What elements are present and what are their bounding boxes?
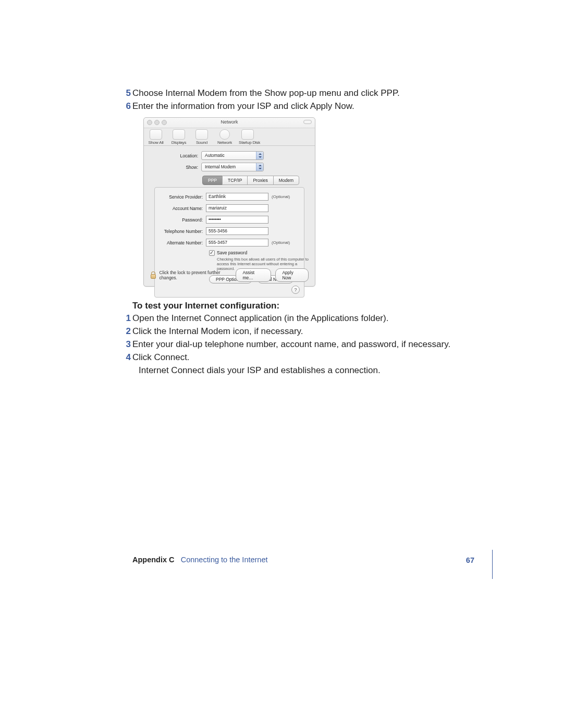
displays-icon [173,129,185,140]
chevron-updown-icon [256,163,263,171]
step-4: 4 Click Connect. [132,351,474,364]
tab-bar: PPP TCP/IP Proxies Modem [202,176,308,185]
network-prefpane: Network Show All Displays Sound Network … [143,117,315,287]
step-1: 1 Open the Internet Connect application … [132,312,474,325]
step-3: 3 Enter your dial-up telephone number, a… [132,338,474,351]
optional-hint: (Optional) [272,194,290,199]
account-name-input[interactable]: mariaruiz [206,204,268,212]
footer-title: Connecting to the Internet [181,556,268,564]
password-label: Password: [159,217,206,223]
password-input[interactable]: •••••••• [206,216,268,224]
footer-rule [492,550,493,579]
step-2: 2 Click the Internal Modem icon, if nece… [132,325,474,338]
assist-me-button[interactable]: Assist me… [236,268,271,282]
step-text: Enter your dial-up telephone number, acc… [132,339,450,349]
lock-row: Click the lock to prevent further change… [150,268,309,282]
location-select[interactable]: Automatic [201,151,264,160]
location-label: Location: [151,153,201,158]
help-button[interactable]: ? [291,286,300,294]
tab-modem[interactable]: Modem [273,176,299,185]
service-provider-label: Service Provider: [159,194,206,200]
alternate-input[interactable]: 555-3457 [206,239,268,246]
toolbar-startup-disk[interactable]: Startup Disk [239,129,256,145]
optional-hint: (Optional) [272,240,290,245]
step-number: 5 [122,87,131,100]
toolbar-show-all[interactable]: Show All [147,129,165,145]
lock-text: Click the lock to prevent further change… [159,270,236,280]
page-number: 67 [466,556,474,564]
sound-icon [195,129,208,140]
step-number: 6 [122,100,131,113]
apply-now-button[interactable]: Apply Now [275,268,309,282]
section-heading: To test your Internet configuration: [132,301,279,311]
network-icon [219,129,230,140]
step-number: 4 [122,351,131,364]
account-name-label: Account Name: [159,206,206,211]
step-number: 1 [122,312,131,325]
step-text: Click Connect. [132,352,190,362]
service-provider-input[interactable]: Earthlink [206,193,268,201]
telephone-label: Telephone Number: [159,229,206,234]
tab-tcpip[interactable]: TCP/IP [222,176,248,185]
show-label: Show: [151,165,201,170]
toolbar-sound[interactable]: Sound [193,129,211,145]
save-password-label: Save password [217,250,247,255]
tab-proxies[interactable]: Proxies [247,176,273,185]
page-footer: Appendix C Connecting to the Internet 67 [132,555,474,564]
startup-disk-icon [241,129,254,140]
telephone-input[interactable]: 555-3456 [206,227,268,235]
tab-ppp[interactable]: PPP [202,176,223,185]
lock-icon[interactable] [150,272,156,279]
result-text: Internet Connect dials your ISP and esta… [139,364,474,377]
footer-appendix: Appendix C [132,556,175,564]
step-text: Click the Internal Modem icon, if necess… [132,326,303,336]
show-all-icon [150,129,162,140]
show-select[interactable]: Internal Modem [201,163,264,171]
window-titlebar: Network [144,118,315,128]
chevron-updown-icon [256,152,263,159]
prefpane-toolbar: Show All Displays Sound Network Startup … [144,128,315,146]
step-text: Enter the information from your ISP and … [132,101,354,111]
save-password-checkbox[interactable] [209,250,215,256]
window-title: Network [144,119,315,125]
alternate-label: Alternate Number: [159,240,206,245]
step-5: 5 Choose Internal Modem from the Show po… [132,87,474,100]
step-number: 3 [122,338,131,351]
step-6: 6 Enter the information from your ISP an… [132,100,474,113]
step-text: Open the Internet Connect application (i… [132,313,388,323]
toolbar-toggle-icon[interactable] [303,120,312,124]
step-number: 2 [122,325,131,338]
toolbar-displays[interactable]: Displays [170,129,188,145]
step-text: Choose Internal Modem from the Show pop-… [132,88,400,98]
toolbar-network[interactable]: Network [216,129,234,145]
